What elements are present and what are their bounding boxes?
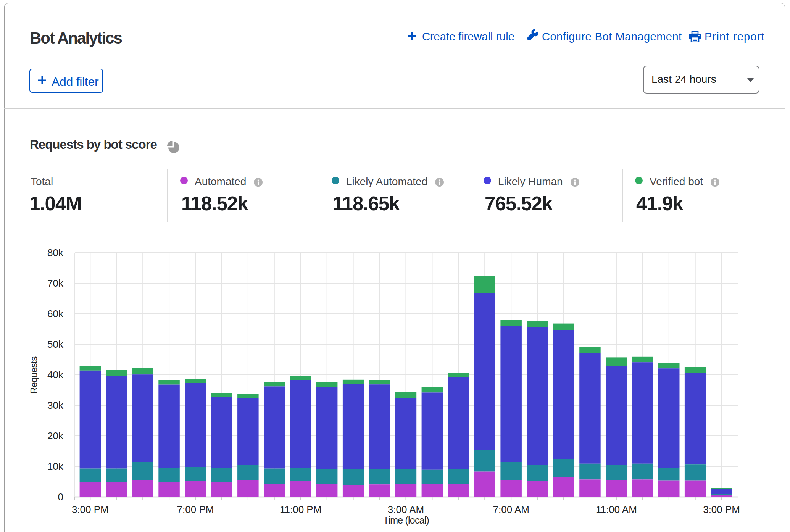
svg-text:0: 0	[58, 491, 63, 503]
svg-text:60k: 60k	[47, 308, 64, 319]
svg-text:50k: 50k	[47, 339, 64, 350]
svg-text:7:00 PM: 7:00 PM	[177, 504, 214, 515]
svg-text:80k: 80k	[47, 247, 64, 258]
svg-text:40k: 40k	[47, 369, 64, 380]
svg-text:Requests: Requests	[29, 356, 39, 394]
svg-text:3:00 PM: 3:00 PM	[72, 504, 109, 515]
svg-text:30k: 30k	[47, 400, 64, 411]
svg-text:7:00 AM: 7:00 AM	[493, 504, 529, 515]
svg-text:11:00 AM: 11:00 AM	[596, 504, 637, 515]
svg-text:70k: 70k	[47, 277, 64, 289]
svg-text:20k: 20k	[47, 430, 64, 442]
svg-text:3:00 AM: 3:00 AM	[388, 504, 424, 515]
svg-text:11:00 PM: 11:00 PM	[280, 504, 321, 515]
svg-text:3:00 PM: 3:00 PM	[703, 504, 740, 515]
svg-text:Time (local): Time (local)	[383, 515, 429, 526]
svg-text:10k: 10k	[47, 461, 64, 472]
